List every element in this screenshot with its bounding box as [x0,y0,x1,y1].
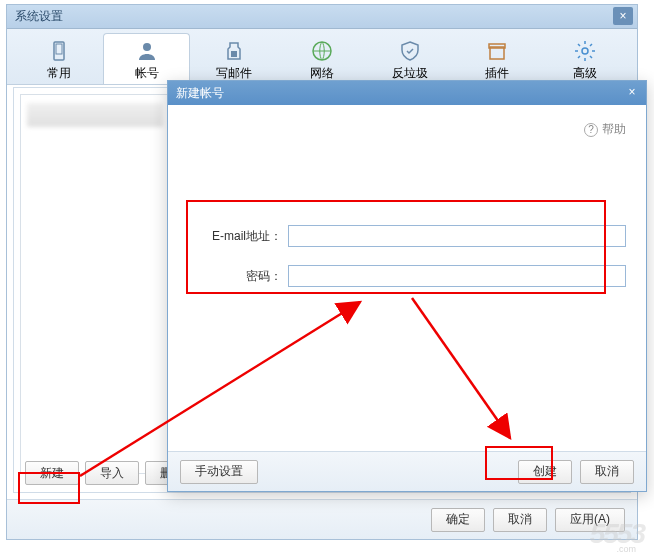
svg-rect-6 [489,44,505,48]
inkwell-icon [222,39,246,63]
tab-general[interactable]: 常用 [15,33,103,84]
tab-account[interactable]: 帐号 [103,33,191,84]
tab-plugins[interactable]: 插件 [454,33,542,84]
password-label: 密码： [188,268,288,285]
dialog-body: ? 帮助 E-mail地址： 密码： [168,105,646,451]
password-row: 密码： [188,265,626,287]
tab-label: 写邮件 [216,65,252,82]
gear-icon [573,39,597,63]
close-icon[interactable]: × [622,83,642,101]
password-field[interactable] [288,265,626,287]
svg-rect-1 [56,44,62,54]
tab-label: 帐号 [135,65,159,82]
list-item[interactable] [27,103,163,127]
email-label: E-mail地址： [188,228,288,245]
import-button[interactable]: 导入 [85,461,139,485]
tab-label: 高级 [573,65,597,82]
person-icon [135,39,159,63]
tab-label: 插件 [485,65,509,82]
help-icon: ? [584,123,598,137]
new-button[interactable]: 新建 [25,461,79,485]
cancel-button[interactable]: 取消 [493,508,547,532]
dialog-footer: 手动设置 创建 取消 [168,451,646,491]
dialog-title: 新建帐号 [176,85,224,102]
dialog-cancel-button[interactable]: 取消 [580,460,634,484]
tab-compose[interactable]: 写邮件 [190,33,278,84]
email-row: E-mail地址： [188,225,626,247]
dialog-titlebar: 新建帐号 × [168,81,646,105]
shield-icon [398,39,422,63]
box-icon [485,39,509,63]
tab-network[interactable]: 网络 [278,33,366,84]
tab-label: 反垃圾 [392,65,428,82]
globe-icon [310,39,334,63]
tab-label: 网络 [310,65,334,82]
create-button[interactable]: 创建 [518,460,572,484]
help-label: 帮助 [602,121,626,138]
new-account-dialog: 新建帐号 × ? 帮助 E-mail地址： 密码： 手动设置 创建 取消 [167,80,647,492]
settings-tabstrip: 常用 帐号 写邮件 网络 反垃圾 插件 高级 [7,29,637,85]
svg-rect-5 [490,47,504,59]
settings-title: 系统设置 [15,8,63,25]
svg-rect-3 [231,51,237,57]
settings-titlebar: 系统设置 × [7,5,637,29]
account-form: E-mail地址： 密码： [188,225,626,287]
tab-antispam[interactable]: 反垃圾 [366,33,454,84]
svg-point-7 [582,48,588,54]
tab-advanced[interactable]: 高级 [541,33,629,84]
help-link[interactable]: ? 帮助 [584,121,626,138]
manual-setup-button[interactable]: 手动设置 [180,460,258,484]
close-icon[interactable]: × [613,7,633,25]
email-field[interactable] [288,225,626,247]
settings-footer: 确定 取消 应用(A) [7,499,637,539]
phone-icon [47,39,71,63]
ok-button[interactable]: 确定 [431,508,485,532]
svg-point-2 [143,43,151,51]
account-list[interactable] [20,94,170,474]
watermark-sub: .com [616,544,636,554]
tab-label: 常用 [47,65,71,82]
